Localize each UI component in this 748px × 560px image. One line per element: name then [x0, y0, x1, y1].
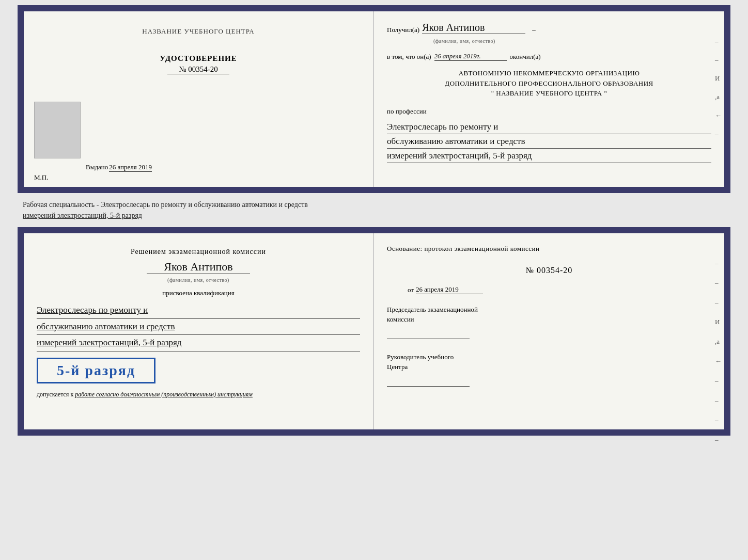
- razryad-badge: 5-й разряд: [37, 358, 155, 383]
- right-margin-marks: – – И ,а ← –: [715, 37, 722, 138]
- org-block: АВТОНОМНУЮ НЕКОММЕРЧЕСКУЮ ОРГАНИЗАЦИЮ ДО…: [387, 68, 711, 99]
- po-professii: по профессии: [387, 107, 711, 116]
- predsedatel-block: Председатель экзаменационной комиссии: [387, 305, 711, 339]
- specialty-line2: измерений электростанций, 5-й разряд: [23, 212, 142, 219]
- center-title-1: НАЗВАНИЕ УЧЕБНОГО ЦЕНТРА: [142, 27, 254, 36]
- predsedatel-signature: [387, 329, 470, 339]
- profession-block: Электрослесарь по ремонту и обслуживанию…: [387, 120, 711, 164]
- qual-line3: измерений электростанций, 5-й разряд: [37, 335, 360, 351]
- reshenie-title: Решением экзаменационной комиссии: [37, 246, 360, 257]
- specialty-line1: Рабочая специальность - Электрослесарь п…: [23, 201, 308, 209]
- num-block: № 00354-20: [387, 263, 711, 278]
- vydano-date: 26 апреля 2019: [109, 163, 152, 172]
- udostoverenie-label: УДОСТОВЕРЕНИЕ: [160, 54, 237, 63]
- vtom-label: в том, что он(а): [387, 53, 431, 61]
- poluchil-label: Получил(а): [387, 26, 419, 34]
- doc-left-1: НАЗВАНИЕ УЧЕБНОГО ЦЕНТРА УДОСТОВЕРЕНИЕ №…: [24, 11, 374, 187]
- predsedatel-line1: Председатель экзаменационной: [387, 305, 711, 315]
- doc-left-2: Решением экзаменационной комиссии Яков А…: [24, 233, 374, 429]
- specialty-text: Рабочая специальность - Электрослесарь п…: [18, 197, 730, 223]
- dopuskaetsya-line: допускается к работе согласно должностны…: [37, 390, 360, 399]
- poluchil-line: Получил(а) Яков Антипов –: [387, 22, 711, 34]
- photo-placeholder: [34, 102, 81, 158]
- doc-right-2: Основание: протокол экзаменационной коми…: [374, 233, 724, 429]
- org-line1: АВТОНОМНУЮ НЕКОММЕРЧЕСКУЮ ОРГАНИЗАЦИЮ: [387, 68, 711, 78]
- rukovoditel-signature: [387, 376, 470, 387]
- right-margin-marks-2: – – – И ,а ← – – – –: [715, 259, 722, 444]
- vydano-line: Выдано26 апреля 2019: [86, 163, 152, 171]
- document-spread-2: Решением экзаменационной комиссии Яков А…: [18, 227, 730, 436]
- udostoverenie-block: УДОСТОВЕРЕНИЕ № 00354-20: [160, 54, 237, 74]
- vtom-line: в том, что он(а) 26 апреля 2019г. окончи…: [387, 52, 711, 61]
- rukovoditel-line1: Руководитель учебного: [387, 352, 711, 362]
- org-line2: ДОПОЛНИТЕЛЬНОГО ПРОФЕССИОНАЛЬНОГО ОБРАЗО…: [387, 78, 711, 89]
- prof-line3: измерений электростанций, 5-й разряд: [387, 149, 711, 163]
- prof-line2: обслуживанию автоматики и средств: [387, 134, 711, 149]
- protocol-num: № 00354-20: [387, 266, 711, 275]
- mp-label: М.П.: [34, 173, 48, 182]
- doc-right-1: Получил(а) Яков Антипов – (фамилия, имя,…: [374, 11, 724, 187]
- rukovoditel-block: Руководитель учебного Центра: [387, 352, 711, 387]
- prisvoena-label: присвоена квалификация: [37, 289, 360, 297]
- qual-line2: обслуживанию автоматики и средств: [37, 319, 360, 335]
- osnovanie-label: Основание: протокол экзаменационной коми…: [387, 245, 539, 252]
- dopusk-text: работе согласно должностным (производств…: [75, 391, 253, 398]
- osnovanie-block: Основание: протокол экзаменационной коми…: [387, 244, 711, 254]
- recipient-name-2: Яков Антипов: [147, 260, 250, 274]
- dash: –: [532, 26, 536, 34]
- document-spread-1: НАЗВАНИЕ УЧЕБНОГО ЦЕНТРА УДОСТОВЕРЕНИЕ №…: [18, 5, 730, 193]
- org-name: " НАЗВАНИЕ УЧЕБНОГО ЦЕНТРА ": [387, 88, 711, 99]
- vydano-label: Выдано: [86, 163, 108, 171]
- fio-hint-2: (фамилия, имя, отчество): [37, 277, 360, 283]
- fio-hint-1: (фамилия, имя, отчество): [433, 38, 711, 44]
- prof-line1: Электрослесарь по ремонту и: [387, 120, 711, 134]
- ot-block: от 26 апреля 2019: [387, 285, 711, 294]
- vtom-date: 26 апреля 2019г.: [434, 52, 507, 61]
- predsedatel-line2: комиссии: [387, 314, 711, 325]
- qual-line1: Электрослесарь по ремонту и: [37, 302, 360, 319]
- recipient-name: Яков Антипов: [422, 22, 525, 34]
- ot-date: 26 апреля 2019: [416, 285, 483, 294]
- okonchil-label: окончил(а): [510, 53, 541, 61]
- udostoverenie-num: № 00354-20: [167, 65, 229, 74]
- rukovoditel-line2: Центра: [387, 362, 711, 372]
- qualif-block: Электрослесарь по ремонту и обслуживанию…: [37, 302, 360, 351]
